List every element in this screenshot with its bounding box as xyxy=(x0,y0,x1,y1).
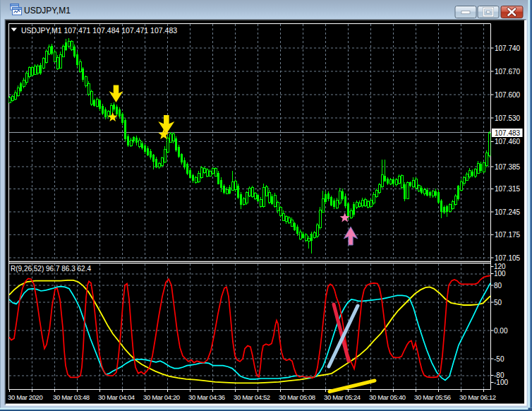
svg-text:USDJPY,M1: USDJPY,M1 xyxy=(24,6,71,16)
svg-text:30 Mar 06:12: 30 Mar 06:12 xyxy=(459,393,496,401)
svg-text:30 Mar 03:48: 30 Mar 03:48 xyxy=(53,393,90,401)
svg-text:R(9,26,52) 96.7 86.3 62.4: R(9,26,52) 96.7 86.3 62.4 xyxy=(11,265,91,273)
svg-text:107.460: 107.460 xyxy=(495,138,521,145)
svg-text:107.670: 107.670 xyxy=(495,68,521,76)
svg-text:100: 100 xyxy=(494,270,506,278)
svg-text:30 Mar 04:20: 30 Mar 04:20 xyxy=(143,393,180,401)
svg-text:30 Mar 04:52: 30 Mar 04:52 xyxy=(234,393,270,401)
svg-text:107.483: 107.483 xyxy=(495,129,521,137)
svg-text:0.00: 0.00 xyxy=(494,327,508,335)
svg-text:-100: -100 xyxy=(494,379,508,386)
svg-text:107.530: 107.530 xyxy=(495,114,521,122)
svg-text:107.385: 107.385 xyxy=(495,163,521,171)
svg-text:30 Mar 04:04: 30 Mar 04:04 xyxy=(98,393,135,401)
svg-text:30 Mar 05:24: 30 Mar 05:24 xyxy=(324,393,361,401)
svg-text:30 Mar 04:36: 30 Mar 04:36 xyxy=(188,393,225,401)
svg-text:30 Mar 2020: 30 Mar 2020 xyxy=(8,393,43,401)
svg-text:30 Mar 05:56: 30 Mar 05:56 xyxy=(414,393,451,401)
svg-text:-50: -50 xyxy=(494,355,504,363)
svg-text:USDJPY,M1 107.471 107.484 107: USDJPY,M1 107.471 107.484 107.471 107.48… xyxy=(21,26,177,35)
svg-text:107.740: 107.740 xyxy=(495,44,521,52)
svg-text:107.105: 107.105 xyxy=(495,254,521,262)
svg-text:107.315: 107.315 xyxy=(495,185,521,193)
svg-text:30 Mar 05:08: 30 Mar 05:08 xyxy=(279,393,315,401)
svg-text:80: 80 xyxy=(494,282,502,290)
svg-text:30 Mar 05:40: 30 Mar 05:40 xyxy=(369,393,406,401)
svg-text:50: 50 xyxy=(494,299,502,306)
svg-text:107.245: 107.245 xyxy=(495,208,521,216)
svg-text:107.175: 107.175 xyxy=(495,231,521,239)
svg-text:107.600: 107.600 xyxy=(495,91,521,99)
